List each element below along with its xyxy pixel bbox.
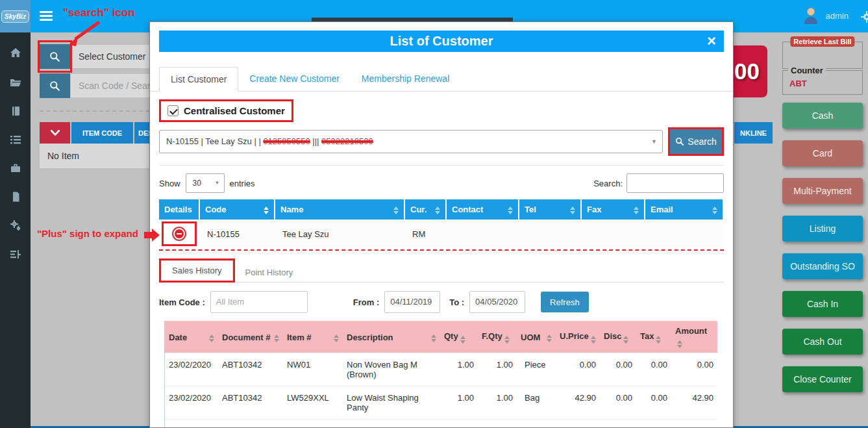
card-button[interactable]: Card bbox=[782, 140, 863, 166]
entries-select[interactable]: 30 ▼ bbox=[186, 173, 225, 193]
sort-icon bbox=[591, 336, 596, 344]
col-qty[interactable]: Qty bbox=[440, 321, 478, 353]
close-counter-button[interactable]: Close Counter bbox=[782, 366, 863, 392]
col-disc[interactable]: Disc bbox=[600, 321, 636, 353]
col-document[interactable]: Document # bbox=[218, 321, 283, 353]
col-description[interactable]: Description bbox=[343, 321, 440, 353]
scan-code-search-button[interactable] bbox=[40, 73, 70, 98]
item-code-label: Item Code : bbox=[159, 297, 205, 307]
sidebar-home-icon[interactable] bbox=[0, 42, 31, 64]
item-code-input[interactable]: All Item bbox=[210, 291, 308, 313]
col-code[interactable]: Code bbox=[199, 199, 275, 220]
to-label: To : bbox=[449, 297, 464, 307]
sort-icon bbox=[677, 340, 682, 348]
col-date[interactable]: Date bbox=[165, 321, 218, 353]
counter-label: Counter bbox=[788, 66, 826, 75]
col-item[interactable]: Item # bbox=[283, 321, 343, 353]
sidebar-folder-icon[interactable] bbox=[0, 71, 31, 94]
col-fqty[interactable]: F.Qty bbox=[478, 321, 517, 353]
col-tel[interactable]: Tel bbox=[519, 199, 581, 220]
annotation-arrow bbox=[64, 18, 109, 48]
col-tax[interactable]: Tax bbox=[636, 321, 671, 353]
table-search-label: Search: bbox=[593, 179, 623, 188]
sales-row: 23/02/2020 ABT10342 NW01 Non Woven Bag M… bbox=[165, 353, 717, 386]
centralised-customer-label: Centralised Customer bbox=[184, 105, 285, 116]
col-fax[interactable]: Fax bbox=[581, 199, 645, 220]
item-table-expand-button[interactable] bbox=[40, 122, 70, 144]
sales-history-annotation-box: Sales History bbox=[159, 258, 235, 283]
user-menu[interactable]: admin bbox=[802, 7, 849, 24]
customer-search-button[interactable]: Search bbox=[670, 129, 722, 154]
customer-table: Details Code Name Cur. Contact Tel Fax E… bbox=[159, 199, 723, 248]
col-cur[interactable]: Cur. bbox=[404, 199, 446, 220]
table-controls-row: Show 30 ▼ entries Search: bbox=[159, 173, 724, 193]
retrieve-last-bill-button[interactable]: Retrieve Last Bill bbox=[790, 36, 854, 47]
customer-dropdown-separator: ||| bbox=[312, 136, 319, 146]
tab-create-new-customer[interactable]: Create New Customer bbox=[238, 67, 351, 91]
tab-membership-renewal[interactable]: Membership Renewal bbox=[351, 67, 460, 91]
search-icon bbox=[675, 137, 684, 146]
cash-button[interactable]: Cash bbox=[782, 103, 863, 129]
sort-icon bbox=[431, 334, 436, 342]
app-logo[interactable]: SkyBiz bbox=[0, 0, 31, 32]
cell-document: ABT10342 bbox=[218, 353, 283, 386]
cell-cur: RM bbox=[404, 220, 446, 248]
sort-icon bbox=[570, 207, 575, 214]
col-uom[interactable]: UOM bbox=[517, 321, 556, 353]
cell-fqty: 1.00 bbox=[478, 353, 517, 386]
col-name[interactable]: Name bbox=[275, 199, 404, 220]
close-icon[interactable]: × bbox=[707, 31, 716, 51]
hamburger-menu-icon[interactable] bbox=[40, 11, 53, 21]
cash-in-button[interactable]: Cash In bbox=[782, 291, 863, 317]
sidebar-briefcase-icon[interactable] bbox=[0, 157, 31, 179]
customer-phone-redacted-2: 05022210500 bbox=[321, 136, 373, 146]
item-code-column-header[interactable]: ITEM CODE bbox=[71, 122, 133, 144]
settings-gear-icon[interactable] bbox=[860, 10, 868, 23]
cell-amount: 0.00 bbox=[671, 353, 717, 386]
refresh-button[interactable]: Refresh bbox=[541, 292, 589, 312]
cell-qty: 1.00 bbox=[440, 420, 478, 428]
annotation-dashed-line bbox=[159, 249, 724, 251]
entries-label: entries bbox=[230, 179, 255, 188]
sort-icon bbox=[393, 207, 399, 214]
centralised-customer-annotation-box: Centralised Customer bbox=[159, 99, 293, 122]
customer-table-header-row: Details Code Name Cur. Contact Tel Fax E… bbox=[159, 199, 723, 220]
cell-item: NW02 bbox=[283, 420, 343, 428]
table-search-input[interactable] bbox=[626, 173, 724, 193]
cash-out-button[interactable]: Cash Out bbox=[782, 329, 863, 355]
sidebar-cogs-icon[interactable] bbox=[0, 214, 31, 236]
multi-payment-button[interactable]: Multi-Payment bbox=[782, 178, 863, 204]
tab-sales-history[interactable]: Sales History bbox=[161, 260, 233, 281]
centralised-customer-checkbox[interactable] bbox=[167, 105, 179, 116]
customer-dropdown[interactable]: N-10155 | Tee Lay Szu | | 0125050550 |||… bbox=[159, 130, 663, 153]
sidebar-report-icon[interactable] bbox=[0, 243, 31, 265]
chevron-down-icon: ▼ bbox=[651, 131, 657, 153]
search-button-annotation-box: Search bbox=[668, 127, 724, 156]
modal-title: List of Customer bbox=[159, 31, 724, 52]
outstanding-so-button[interactable]: Outstanding SO bbox=[782, 253, 863, 279]
search-icon-annotation-text: "search" icon bbox=[63, 6, 135, 19]
sidebar-list-icon[interactable] bbox=[0, 129, 31, 151]
cell-tax: 0.00 bbox=[636, 420, 671, 428]
cell-description: Non Woven Bag B (White) bbox=[343, 420, 440, 428]
cell-document: SP10361 bbox=[218, 420, 283, 428]
col-details[interactable]: Details bbox=[159, 199, 199, 220]
listing-button[interactable]: Listing bbox=[782, 216, 863, 242]
col-uprice[interactable]: U.Price bbox=[556, 321, 600, 353]
from-label: From : bbox=[353, 297, 379, 307]
cell-uom: Bag bbox=[517, 386, 556, 420]
from-date-input[interactable]: 04/11/2019 bbox=[384, 291, 440, 313]
username-label: admin bbox=[826, 11, 849, 21]
sidebar-file-icon[interactable] bbox=[0, 186, 31, 208]
col-amount[interactable]: Amount bbox=[671, 321, 717, 353]
col-contact[interactable]: Contact bbox=[446, 199, 519, 220]
collapse-row-icon[interactable] bbox=[172, 227, 186, 241]
tab-point-history[interactable]: Point History bbox=[235, 263, 304, 282]
col-email[interactable]: Email bbox=[645, 199, 723, 220]
to-date-input[interactable]: 04/05/2020 bbox=[469, 291, 525, 313]
bankline-column-header[interactable]: NKLINE bbox=[734, 122, 773, 144]
sales-row: 23/02/2020 ABT10342 LW529XXL Low Waist S… bbox=[165, 386, 717, 420]
tab-list-customer[interactable]: List Customer bbox=[159, 67, 238, 92]
sidebar-book-icon[interactable] bbox=[0, 100, 31, 122]
list-of-customer-modal: List of Customer × List Customer Create … bbox=[149, 21, 734, 428]
